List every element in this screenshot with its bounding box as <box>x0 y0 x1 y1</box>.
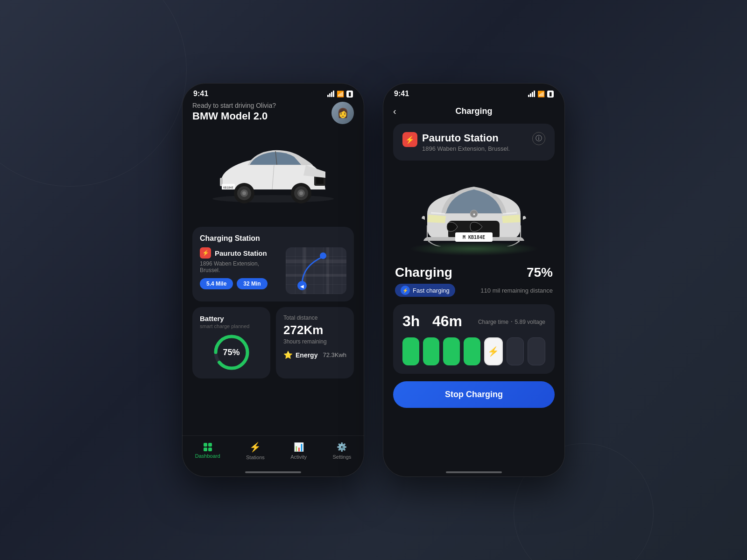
battery-title: Battery <box>200 315 224 322</box>
phone1-content: Ready to start driving Olivia? BMW Model… <box>182 102 364 435</box>
phones-container: 9:41 📶 ▮ Ready to start driving Olivia? … <box>182 83 565 477</box>
battery-icon-2: ▮ <box>547 91 554 98</box>
distance-card: Total distance 272Km 3hours remaining ⭐ … <box>276 307 354 378</box>
battery-percent: 75% <box>223 348 240 357</box>
avatar-emoji: 👩 <box>337 107 349 119</box>
battery-icon-1: ▮ <box>346 91 353 98</box>
charge-bar-1 <box>402 337 419 365</box>
nav-dashboard[interactable]: Dashboard <box>195 443 220 459</box>
wifi-icon-1: 📶 <box>337 91 344 98</box>
status-time-1: 9:41 <box>193 90 208 98</box>
time-hours: 3h <box>402 313 420 329</box>
bottom-nav-1: Dashboard ⚡ Stations 📊 Activity ⚙️ Setti… <box>182 435 364 469</box>
status-icons-2: 📶 ▮ <box>528 91 554 98</box>
phone1-header: Ready to start driving Olivia? BMW Model… <box>192 102 354 124</box>
station-lightning-icon: ⚡ <box>202 250 209 256</box>
charging-sub-row: ⚡ Fast charging 110 mil remaining distan… <box>393 284 555 297</box>
time-row: 3h 46m Charge time · 5.89 voltage <box>402 313 545 330</box>
map-thumbnail[interactable]: ◀ <box>286 247 346 294</box>
battery-subtitle: smart charge planned <box>200 323 249 329</box>
station-name: Pauruto Station <box>215 249 267 257</box>
fast-charge-icon: ⚡ <box>401 286 410 295</box>
nav-settings[interactable]: ⚙️ Settings <box>333 442 352 460</box>
status-icons-1: 📶 ▮ <box>327 91 353 98</box>
gauge-label: 75% <box>213 334 250 371</box>
time-section: 3h 46m Charge time · 5.89 voltage <box>393 304 555 374</box>
battery-card: Battery smart charge planned 75% <box>192 307 270 378</box>
svg-text:★: ★ <box>472 212 476 217</box>
remaining-distance: 110 mil remaining distance <box>480 287 553 294</box>
status-bar-1: 9:41 📶 ▮ <box>182 83 364 102</box>
status-time-2: 9:41 <box>394 90 409 98</box>
energy-row: ⭐ Energy 72.3Kwh <box>283 350 346 359</box>
dashboard-grid-icon <box>204 443 212 451</box>
car-side-svg: KB184E <box>203 138 343 213</box>
time-badge[interactable]: 32 Min <box>237 278 267 289</box>
station-info: ⚡ Pauruto Station 1896 Waben Extension, … <box>200 247 280 294</box>
nav-stations[interactable]: ⚡ Stations <box>246 441 265 460</box>
energy-value: 72.3Kwh <box>323 351 346 358</box>
station-card-left: ⚡ Pauruto Station 1896 Waben Extension, … <box>402 132 510 152</box>
svg-text:◀: ◀ <box>300 284 304 289</box>
status-bar-2: 9:41 📶 ▮ <box>383 83 565 102</box>
nav-stations-label: Stations <box>246 455 265 460</box>
svg-text:KB184E: KB184E <box>223 186 233 189</box>
settings-icon: ⚙️ <box>337 442 347 452</box>
station-card-large: ⚡ Pauruto Station 1896 Waben Extension, … <box>393 124 555 161</box>
charging-label: Charging <box>395 265 452 280</box>
energy-label: Energy <box>296 351 317 359</box>
phone-dashboard: 9:41 📶 ▮ Ready to start driving Olivia? … <box>182 83 364 477</box>
nav-activity-label: Activity <box>290 454 307 460</box>
svg-line-29 <box>431 213 445 214</box>
phone-charging: 9:41 📶 ▮ ‹ Charging <box>383 83 565 477</box>
distance-remaining: 3hours remaining <box>283 338 346 345</box>
svg-point-8 <box>242 191 246 195</box>
distance-label: Total distance <box>283 315 346 321</box>
nav-activity[interactable]: 📊 Activity <box>290 442 307 460</box>
station-name-row: ⚡ Pauruto Station <box>200 247 280 259</box>
station-lightning-icon-lg: ⚡ <box>405 135 415 144</box>
active-bar-lightning-icon: ⚡ <box>487 346 499 357</box>
car-model-text: BMW Model 2.0 <box>192 110 276 122</box>
info-button[interactable]: ⓘ <box>532 132 545 145</box>
charge-bar-4 <box>464 337 480 365</box>
station-text-block: Pauruto Station 1896 Waben Extension, Br… <box>422 132 510 152</box>
svg-rect-3 <box>316 177 324 184</box>
charging-station-card: Charging Station ⚡ Pauruto Station 1896 … <box>192 227 354 301</box>
greeting-text: Ready to start driving Olivia? <box>192 102 276 109</box>
svg-point-12 <box>299 191 303 195</box>
charge-bar-2 <box>423 337 440 365</box>
svg-text:M KB184E: M KB184E <box>463 235 485 240</box>
time-meta: Charge time · 5.89 voltage <box>478 317 545 326</box>
nav-settings-label: Settings <box>333 454 352 460</box>
station-address-large: 1896 Waben Extension, Brussel. <box>422 145 510 152</box>
voltage-label: 5.89 voltage <box>515 319 545 325</box>
station-icon: ⚡ <box>200 247 211 259</box>
station-badges: 5.4 Mile 32 Min <box>200 278 280 289</box>
charging-percentage: 75% <box>527 265 553 280</box>
signal-bars-2 <box>528 91 535 97</box>
wifi-icon-2: 📶 <box>537 91 545 98</box>
phone2-content: ‹ Charging ⚡ Pauruto Station 1896 Waben … <box>383 102 565 469</box>
distance-badge[interactable]: 5.4 Mile <box>200 278 233 289</box>
home-indicator-1 <box>245 471 301 473</box>
map-route-svg: ◀ <box>286 247 346 294</box>
home-indicator-2 <box>446 471 502 473</box>
greeting-block: Ready to start driving Olivia? BMW Model… <box>192 102 276 122</box>
station-row: ⚡ Pauruto Station 1896 Waben Extension, … <box>200 247 346 294</box>
time-minutes: 46m <box>432 313 462 329</box>
distance-value: 272Km <box>283 323 346 337</box>
station-card-title: Charging Station <box>200 234 346 243</box>
car-front-image: ★ M KB184E <box>393 167 555 260</box>
charge-bar-5-active: ⚡ <box>484 337 503 365</box>
charge-bar-6 <box>507 337 524 365</box>
fast-charging-badge: ⚡ Fast charging <box>395 284 455 297</box>
energy-icon: ⭐ <box>283 350 293 359</box>
screen-title: Charging <box>456 106 493 116</box>
back-button[interactable]: ‹ <box>393 106 396 117</box>
stop-charging-button[interactable]: Stop Charging <box>393 381 555 408</box>
charge-time-label: Charge time <box>478 319 508 325</box>
svg-line-30 <box>503 213 517 214</box>
station-address: 1896 Waben Extension, Brussel. <box>200 260 280 273</box>
svg-point-0 <box>212 195 334 203</box>
